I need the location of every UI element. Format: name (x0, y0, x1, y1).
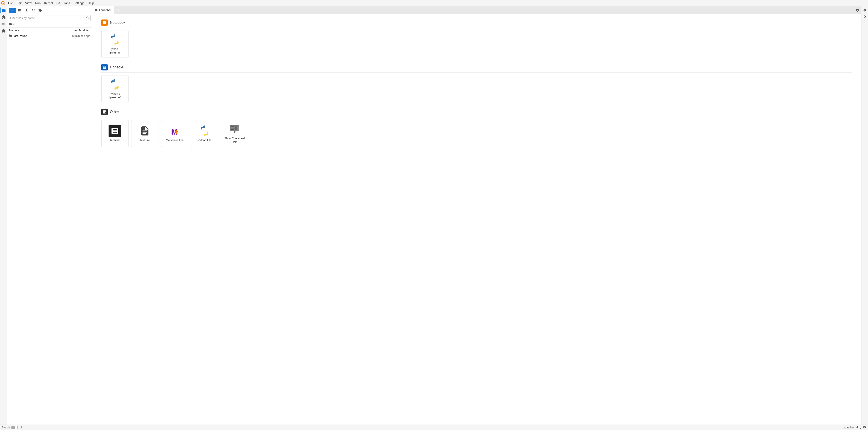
right-sidebar-settings-btn[interactable] (862, 7, 868, 13)
new-folder-button[interactable] (17, 7, 23, 13)
file-modified-cell: 12 minutes ago (59, 34, 90, 38)
python3-notebook-card[interactable]: Python 3(ipykernel) (101, 31, 128, 58)
markdown-file-card-label: Markdown File (166, 139, 184, 142)
contextual-help-icon (228, 123, 241, 135)
status-bar-right: Launcher 0 (843, 426, 866, 429)
col-name-header[interactable]: Name ▲ (9, 29, 59, 32)
left-icon-bar (0, 6, 7, 425)
right-sidebar-property-btn[interactable] (862, 13, 868, 20)
menu-tabs[interactable]: Tabs (62, 1, 72, 5)
breadcrumb-path: / (13, 23, 14, 26)
markdown-file-icon: M (168, 125, 181, 137)
console-section-title: Console (110, 65, 123, 69)
notebook-cards-row: Python 3(ipykernel) (101, 31, 852, 58)
menu-kernel[interactable]: Kernel (42, 1, 55, 5)
menu-help[interactable]: Help (86, 1, 96, 5)
sidebar-item-extensions[interactable] (0, 28, 7, 34)
file-name-cell: lost+found (9, 34, 59, 38)
simple-mode-label: Simple (2, 426, 10, 429)
breadcrumb: / (7, 22, 92, 28)
breadcrumb-folder-icon (9, 23, 12, 27)
menu-settings[interactable]: Settings (72, 1, 86, 5)
search-icon (86, 16, 89, 20)
other-section-header: Other (101, 109, 852, 117)
launcher-content: Notebook (92, 14, 861, 425)
status-bar: Simple 1 Launcher 0 (0, 425, 868, 430)
svg-rect-5 (231, 126, 234, 127)
folder-icon (9, 34, 12, 38)
svg-rect-8 (235, 126, 237, 130)
menu-view[interactable]: View (23, 1, 33, 5)
git-status-icon (863, 426, 866, 429)
console-section-header: Console (101, 64, 852, 72)
python-console-icon (108, 78, 121, 91)
main-layout: + + / (0, 6, 868, 425)
other-cards-row: Terminal Text File (101, 120, 852, 147)
file-row[interactable]: lost+found 12 minutes ago (7, 33, 92, 39)
python-file-card-label: Python File (198, 139, 212, 142)
plus-icon: + (11, 9, 13, 12)
contextual-help-card-label: Show ContextualHelp (224, 137, 245, 144)
file-browser-panel: + + / (7, 6, 92, 425)
tab-launcher[interactable]: Launcher (92, 6, 114, 14)
file-panel-toolbar: + + (7, 6, 92, 14)
notebook-section-title: Notebook (110, 21, 126, 25)
refresh-button[interactable] (30, 7, 36, 13)
sidebar-item-files[interactable] (0, 7, 7, 13)
menu-run[interactable]: Run (33, 1, 42, 5)
sidebar-item-tableofcontents[interactable] (0, 21, 7, 27)
python3-notebook-label: Python 3(ipykernel) (108, 47, 121, 55)
status-cell-count: 1 (21, 426, 22, 429)
tab-settings-button[interactable] (854, 6, 861, 14)
terminal-card-label: Terminal (110, 139, 120, 142)
console-section: Console (101, 64, 852, 102)
other-section-icon (101, 109, 107, 115)
menubar: File Edit View Run Kernel Git Tabs Setti… (0, 0, 868, 6)
search-box (9, 15, 91, 21)
contextual-help-card[interactable]: Show ContextualHelp (221, 120, 248, 147)
python3-console-label: Python 3(ipykernel) (108, 92, 121, 99)
terminal-card[interactable]: Terminal (101, 120, 128, 147)
console-section-icon (101, 64, 107, 70)
git-button[interactable] (37, 7, 43, 13)
python-notebook-icon (108, 34, 121, 46)
notification-count: 0 (856, 426, 861, 429)
svg-rect-7 (231, 129, 234, 130)
notebook-section-header: Notebook (101, 20, 852, 28)
python3-console-card[interactable]: Python 3(ipykernel) (101, 75, 128, 102)
app-logo[interactable] (0, 0, 6, 6)
right-area: Launcher + Notebook (92, 6, 861, 425)
simple-mode-toggle[interactable]: Simple (2, 426, 18, 429)
text-file-card-label: Text File (140, 139, 150, 142)
text-file-icon (138, 125, 151, 137)
file-table-header: Name ▲ Last Modified (7, 28, 92, 33)
menu-file[interactable]: File (6, 1, 15, 5)
console-cards-row: Python 3(ipykernel) (101, 75, 852, 102)
right-sidebar (861, 6, 868, 425)
terminal-icon (108, 125, 121, 137)
menu-edit[interactable]: Edit (15, 1, 23, 5)
status-tab-label: Launcher (843, 426, 854, 429)
tab-bar: Launcher + (92, 6, 861, 14)
other-section-title: Other (110, 110, 119, 114)
notebook-section: Notebook (101, 20, 852, 58)
text-file-card[interactable]: Text File (131, 120, 158, 147)
col-modified-header[interactable]: Last Modified (59, 29, 90, 32)
menu-git[interactable]: Git (55, 1, 62, 5)
sidebar-item-git[interactable] (0, 14, 7, 21)
toggle-switch[interactable] (11, 426, 18, 429)
upload-button[interactable] (24, 7, 29, 13)
notebook-section-icon (101, 20, 107, 26)
python-file-icon (198, 125, 211, 137)
markdown-file-card[interactable]: M Markdown File (161, 120, 188, 147)
python-file-card[interactable]: Python File (191, 120, 218, 147)
add-tab-button[interactable]: + (114, 6, 122, 14)
launcher-tab-icon (95, 8, 98, 12)
new-launcher-button[interactable]: + + (9, 8, 16, 13)
other-section: Other Terminal (101, 109, 852, 147)
search-input[interactable] (10, 16, 85, 20)
